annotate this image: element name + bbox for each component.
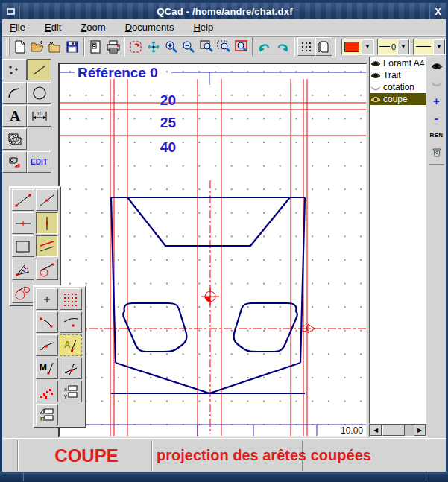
vertical-line-button[interactable] — [36, 212, 58, 234]
edit-mode-button[interactable]: EDIT — [27, 151, 51, 173]
line-2-points-button[interactable] — [12, 189, 34, 211]
hatch-tool-button[interactable] — [2, 128, 27, 150]
save-file-button[interactable] — [63, 37, 81, 56]
svg-text:A: A — [64, 340, 71, 350]
pan-view-button[interactable] — [145, 37, 163, 56]
paper-icon — [316, 39, 331, 54]
width-combo-arrow-icon[interactable]: ▼ — [397, 39, 409, 54]
snap-auto-button[interactable]: A — [60, 334, 82, 356]
add-layer-button[interactable]: + — [429, 93, 445, 108]
window-menu-button[interactable] — [2, 3, 20, 19]
coords-cartesian-button[interactable]: x y — [60, 381, 82, 402]
cat-head-outline — [111, 197, 305, 393]
snap-center-icon: M — [38, 361, 56, 377]
paper-toggle-button[interactable] — [315, 37, 332, 56]
zoom-out-button[interactable] — [180, 37, 198, 56]
menu-edit[interactable]: Edit — [45, 22, 61, 33]
layer-row-cotation[interactable]: cotation — [370, 81, 426, 93]
svg-text:x: x — [64, 386, 67, 393]
show-layer-button[interactable] — [429, 59, 445, 74]
measure-tool-icon — [7, 155, 23, 170]
snap-middle-icon — [38, 337, 56, 354]
layer-row-format[interactable]: Foramt A4 — [370, 57, 426, 69]
redraw-button[interactable] — [127, 37, 145, 56]
scrollbar-thumb[interactable] — [382, 425, 405, 436]
arc-tool-button[interactable] — [2, 82, 27, 104]
page-preview-button[interactable] — [87, 37, 104, 56]
menu-help[interactable]: Help — [193, 22, 213, 33]
text-tool-button[interactable]: A — [2, 105, 27, 127]
menu-zoom[interactable]: Zoom — [81, 22, 105, 33]
layer-list[interactable]: Foramt A4 Trait cotation coupe — [369, 57, 426, 424]
title-bar[interactable]: QCad - /home/andre/chat.dxf X — [2, 3, 446, 19]
line-tool-button[interactable] — [27, 59, 51, 80]
redo-button[interactable] — [274, 37, 291, 56]
menu-documents[interactable]: Documents — [125, 22, 174, 33]
open-file-button[interactable] — [28, 37, 45, 56]
parallel-line-button[interactable] — [36, 235, 58, 257]
zoom-window-button[interactable] — [198, 37, 215, 56]
drawing-canvas[interactable]: Référence 0 20 25 40 10.00 — [60, 64, 366, 436]
snap-auto-icon: A — [62, 337, 80, 354]
snap-distance-button[interactable] — [36, 381, 58, 402]
page-preview-icon — [88, 39, 103, 54]
point-tool-button[interactable] — [2, 59, 27, 80]
rename-layer-button[interactable]: REN — [429, 127, 445, 142]
snap-on-entity-button[interactable] — [60, 311, 82, 333]
layer-name: Trait — [383, 70, 401, 80]
svg-text:A: A — [10, 108, 20, 124]
label-40: 40 — [160, 139, 176, 155]
snap-center-button[interactable]: M — [36, 358, 58, 379]
centerlines — [60, 180, 366, 434]
menu-file[interactable]: File — [10, 22, 25, 33]
scroll-left-button[interactable]: ◀ — [370, 425, 382, 436]
print-button[interactable] — [104, 37, 122, 56]
grid-toggle-button[interactable] — [297, 37, 315, 56]
measure-tool-button[interactable] — [2, 151, 27, 173]
snap-intersection-button[interactable] — [60, 358, 82, 379]
import-file-button[interactable] — [46, 37, 63, 56]
tool-palette: A 10 — [2, 59, 54, 174]
line-width-combo[interactable]: 0 ▼ — [377, 39, 410, 55]
delete-layer-button[interactable] — [429, 145, 445, 159]
snap-free-button[interactable] — [36, 288, 58, 310]
layer-row-trait[interactable]: Trait — [370, 69, 426, 81]
new-file-button[interactable] — [11, 37, 28, 56]
zoom-select-button[interactable] — [215, 37, 232, 56]
circle-tool-button[interactable] — [27, 82, 51, 104]
undo-button[interactable] — [256, 37, 274, 56]
toolbar-separator — [83, 37, 85, 56]
layer-row-coupe[interactable]: coupe — [370, 93, 426, 105]
zoom-in-button[interactable] — [163, 37, 180, 56]
tangent-point-circle-button[interactable] — [36, 259, 58, 280]
remove-layer-button[interactable]: - — [429, 110, 445, 125]
drawing-area[interactable]: Référence 0 20 25 40 10.00 — [58, 63, 367, 437]
hide-layer-button[interactable] — [429, 76, 445, 91]
rectangle-button[interactable] — [12, 235, 34, 257]
line-style-combo[interactable]: ▼ — [413, 39, 446, 55]
toolbar-separator — [252, 37, 253, 56]
bisector-line-button[interactable] — [12, 259, 34, 280]
line-1-point-button[interactable] — [36, 189, 58, 211]
zoom-previous-button[interactable] — [233, 37, 250, 56]
close-button[interactable]: X — [429, 3, 446, 19]
scroll-right-button[interactable]: ▶ — [414, 425, 426, 436]
toolbar-handle[interactable] — [6, 38, 10, 56]
snap-grid-button[interactable] — [60, 288, 82, 310]
snap-endpoints-button[interactable] — [36, 311, 58, 333]
coords-polar-button[interactable]: R — [36, 404, 58, 425]
snap-middle-button[interactable] — [36, 334, 58, 356]
color-combo-arrow-icon[interactable]: ▼ — [362, 39, 373, 54]
tangent-2-circles-button[interactable] — [12, 282, 34, 303]
horizontal-line-button[interactable] — [12, 212, 34, 234]
color-combo[interactable]: ▼ — [341, 39, 374, 55]
layer-toolbar-divider — [429, 164, 444, 165]
window-border-bottom[interactable] — [0, 472, 448, 482]
layer-list-scrollbar[interactable]: ◀ ▶ — [369, 424, 426, 437]
style-combo-arrow-icon[interactable]: ▼ — [433, 39, 445, 54]
current-color-swatch — [344, 42, 359, 52]
label-reference: Référence 0 — [78, 65, 158, 80]
dimension-tool-button[interactable]: 10 — [27, 105, 51, 127]
snap-free-icon — [38, 291, 56, 308]
eye-open-icon — [370, 72, 381, 80]
